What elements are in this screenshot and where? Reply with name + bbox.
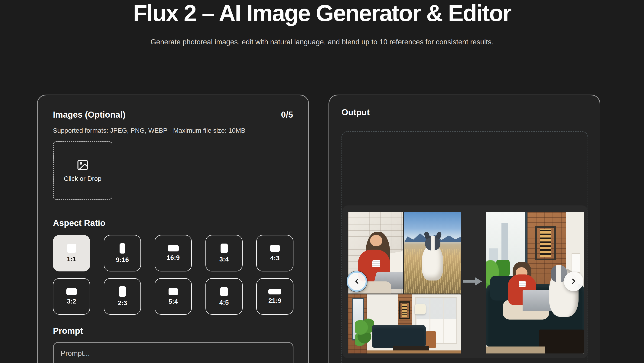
ratio-3-2-icon <box>66 288 77 295</box>
coffee-table-shape <box>539 329 584 353</box>
ratio-button-4-5[interactable]: 4:5 <box>206 278 242 315</box>
ratio-label: 4:3 <box>270 255 280 262</box>
ratio-label: 2:3 <box>118 299 127 306</box>
ratio-1-1-icon <box>67 244 76 253</box>
dropzone-label: Click or Drop <box>64 175 102 182</box>
ratio-button-4-3[interactable]: 4:3 <box>256 235 294 271</box>
ratio-button-9-16[interactable]: 9:16 <box>104 235 141 271</box>
aspect-ratio-grid: 1:1 9:16 16:9 3:4 4:3 3:2 <box>53 235 294 315</box>
ratio-3-4-icon <box>220 244 228 253</box>
ratio-button-16-9[interactable]: 16:9 <box>154 235 192 271</box>
supported-formats-note: Supported formats: JPEG, PNG, WEBP · Max… <box>53 127 246 134</box>
images-settings-card: Images (Optional) 0/5 Supported formats:… <box>37 95 309 363</box>
ratio-label: 21:9 <box>268 297 281 304</box>
small-frame-shape <box>572 253 580 273</box>
ratio-button-21-9[interactable]: 21:9 <box>256 278 294 315</box>
woman-face-shape <box>370 235 382 246</box>
page-subtitle: Generate photoreal images, edit with nat… <box>144 37 500 48</box>
dog-head-shape <box>425 236 440 250</box>
prompt-title: Prompt <box>53 326 83 336</box>
ratio-4-3-icon <box>270 245 280 252</box>
flux2-page: Flux 2 – AI Image Generator & Editor Gen… <box>0 0 644 363</box>
ratio-2-3-icon <box>119 286 126 297</box>
ratio-4-5-icon <box>220 287 228 296</box>
ratio-label: 3:2 <box>67 298 76 305</box>
output-section-title: Output <box>342 107 370 118</box>
output-card: Output <box>328 95 600 363</box>
chevron-left-icon <box>353 277 361 286</box>
wall-art-shape <box>399 301 410 319</box>
chevron-right-icon <box>570 277 578 286</box>
ratio-label: 9:16 <box>116 256 129 263</box>
reference-image-room <box>348 294 461 353</box>
carousel-next-button[interactable] <box>564 272 584 291</box>
prompt-input[interactable] <box>53 342 294 363</box>
ratio-label: 1:1 <box>67 256 76 263</box>
ratio-label: 4:5 <box>220 299 229 306</box>
ratio-button-3-4[interactable]: 3:4 <box>206 235 242 271</box>
reference-image-dog <box>404 212 461 293</box>
image-placeholder-icon <box>76 159 89 172</box>
example-carousel <box>342 205 588 358</box>
ratio-5-4-icon <box>168 288 178 295</box>
sofa-shape <box>372 325 426 348</box>
ratio-label: 3:4 <box>220 256 229 263</box>
aspect-ratio-title: Aspect Ratio <box>53 218 106 228</box>
coffee-mug-shape <box>519 281 526 287</box>
images-section-title: Images (Optional) <box>53 110 125 120</box>
plant-shape <box>355 318 374 349</box>
ratio-label: 16:9 <box>167 254 180 261</box>
ratio-16-9-icon <box>168 245 179 251</box>
images-counter: 0/5 <box>281 110 293 120</box>
chair-shape <box>426 331 436 348</box>
rug-shape <box>486 346 545 353</box>
ratio-9-16-icon <box>120 243 125 253</box>
wall-art-shape <box>535 226 556 260</box>
floor-lamp-shape <box>415 304 426 315</box>
carousel-prev-button[interactable] <box>346 271 367 292</box>
coffee-mug-shape <box>372 260 380 267</box>
ratio-button-2-3[interactable]: 2:3 <box>104 278 141 315</box>
page-title: Flux 2 – AI Image Generator & Editor <box>0 0 644 26</box>
ratio-button-5-4[interactable]: 5:4 <box>154 278 192 315</box>
ratio-button-1-1[interactable]: 1:1 <box>53 235 90 271</box>
ratio-label: 5:4 <box>168 298 178 305</box>
image-dropzone[interactable]: Click or Drop <box>53 141 112 200</box>
output-placeholder-area <box>342 131 588 363</box>
floor-shape <box>367 350 461 353</box>
laptop-shape <box>522 290 552 311</box>
ratio-button-3-2[interactable]: 3:2 <box>53 278 90 315</box>
arrow-right-icon <box>463 276 482 286</box>
ratio-21-9-icon <box>268 289 281 294</box>
